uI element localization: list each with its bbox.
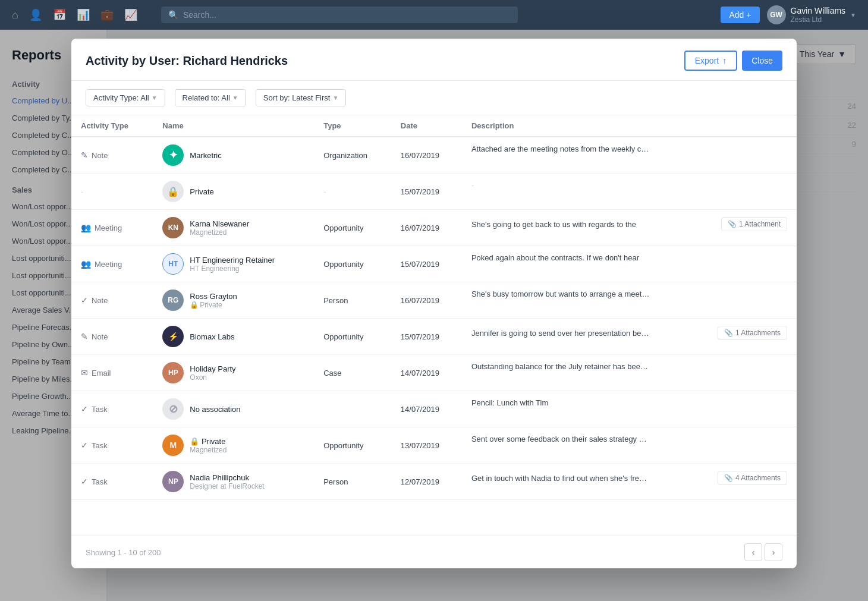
attachment-icon: 📎 [724,474,733,482]
table-row[interactable]: ✉ Email HP Holiday Party Oxon Case14/07/… [71,355,797,391]
table-body: ✎ Note ✦ Marketric Organization16/07/201… [71,137,797,500]
modal-export-button[interactable]: Export ↑ [684,51,737,71]
add-button[interactable]: Add + [721,7,759,23]
activity-type-filter[interactable]: Activity Type: All ▼ [86,89,165,106]
table-row[interactable]: ✎ Note ✦ Marketric Organization16/07/201… [71,137,797,174]
avatar: HT [162,253,184,275]
table-row[interactable]: ✓ Task ⊘ No association 14/07/2019Pencil… [71,391,797,427]
avatar: 🔒 [162,181,184,202]
name-main: No association [190,405,240,414]
name-main: Karna Nisewaner [190,219,249,228]
name-details: Holiday Party Oxon [190,364,235,382]
activity-type-icon: ✓ [81,295,88,305]
description-cell: Poked again about the contracts. If we d… [462,246,797,269]
table-row[interactable]: - 🔒 Private -15/07/2019- [71,174,797,210]
attachment-badge[interactable]: 📎4 Attachments [718,471,787,485]
description-text: Sent over some feedback on their sales s… [471,435,650,443]
table-row[interactable]: ✓ Task NP Nadia Phillipchuk Designer at … [71,464,797,500]
calendar-icon[interactable]: 📅 [53,8,66,21]
description-cell: Outstanding balance for the July retaine… [462,355,797,378]
table-row[interactable]: ✓ Task M 🔒 Private Magnetized Opportunit… [71,427,797,464]
col-activity-type: Activity Type [71,115,153,137]
name-cell: KN Karna Nisewaner Magnetized [153,210,314,246]
related-to-filter[interactable]: Related to: All ▼ [175,89,246,106]
type-cell: Opportunity [314,210,391,246]
activity-type-cell: 👥 Meeting [71,210,153,246]
search-input[interactable] [183,10,511,20]
activity-type-label: Task [92,441,108,450]
type-cell: Person [314,464,391,500]
modal-table-container: Activity Type Name Type Date Description… [71,115,797,536]
user-details: Gavin Williams Zestia Ltd [791,6,846,24]
topnav-right: Add + GW Gavin Williams Zestia Ltd ▼ [721,5,856,24]
activity-type-cell: ✓ Task [71,391,153,427]
description-text: She's going to get back to us with regar… [471,220,636,229]
avatar: RG [162,290,184,311]
user-menu[interactable]: GW Gavin Williams Zestia Ltd ▼ [767,5,856,24]
user-company: Zestia Ltd [791,15,846,24]
name-cell: ⊘ No association [153,391,314,427]
description-cell: Jennifer is going to send over her prese… [462,319,797,347]
table-row[interactable]: ✎ Note ⚡ Biomax Labs Opportunity15/07/20… [71,319,797,355]
activity-type-cell: - [71,174,153,210]
description-text: Jennifer is going to send over her prese… [471,329,650,338]
attachment-badge[interactable]: 📎1 Attachment [721,217,787,231]
name-cell: ⚡ Biomax Labs [153,319,314,355]
name-main: 🔒 Private [190,437,227,446]
table-row[interactable]: 👥 Meeting KN Karna Nisewaner Magnetized … [71,210,797,246]
avatar: ⚡ [162,326,184,347]
modal-filters: Activity Type: All ▼ Related to: All ▼ S… [71,81,797,115]
name-details: Nadia Phillipchuk Designer at FuelRocket [190,473,264,490]
table-row[interactable]: 👥 Meeting HT HT Engineering Retainer HT … [71,246,797,282]
description-cell: Get in touch with Nadia to find out when… [462,464,797,492]
chart-icon[interactable]: 📊 [77,8,90,21]
attachment-badge[interactable]: 📎1 Attachments [718,326,787,340]
nav-icons: ⌂ 👤 📅 📊 💼 📈 [12,8,137,21]
attachment-icon: 📎 [728,220,737,228]
sort-by-filter[interactable]: Sort by: Latest First ▼ [256,89,347,106]
name-main: Holiday Party [190,364,235,373]
description-cell: Attached are the meeting notes from the … [462,137,797,161]
next-page-button[interactable]: › [765,543,782,561]
prev-page-button[interactable]: ‹ [744,543,762,561]
analytics-icon[interactable]: 📈 [124,8,137,21]
activity-modal: Activity by User: Richard Hendricks Expo… [71,39,797,568]
date-cell: 15/07/2019 [391,319,462,355]
activity-type-icon: 👥 [81,259,91,269]
briefcase-icon[interactable]: 💼 [100,8,114,21]
activity-type-icon: ✎ [81,150,88,160]
modal-title: Activity by User: Richard Hendricks [86,54,288,68]
activity-type-cell: 👥 Meeting [71,246,153,282]
modal-footer: Showing 1 - 10 of 200 ‹ › [71,536,797,568]
activity-type-icon: ✓ [81,440,88,450]
person-icon[interactable]: 👤 [29,8,42,21]
activity-type-cell: ✎ Note [71,319,153,355]
activity-type-label: Task [92,405,108,414]
name-main: Biomax Labs [190,332,234,341]
home-icon[interactable]: ⌂ [12,9,18,21]
description-text: Get in touch with Nadia to find out when… [471,474,650,483]
activity-type-cell: ✎ Note [71,137,153,174]
activity-type-cell: ✓ Task [71,427,153,464]
table-row[interactable]: ✓ Note RG Ross Grayton 🔒Private Person16… [71,282,797,319]
plus-icon: + [746,10,751,20]
name-details: Marketric [190,151,221,160]
avatar: ✦ [162,144,184,166]
activity-type-icon: ✓ [81,404,88,414]
description-cell: She's busy tomorrow but wants to arrange… [462,282,797,306]
date-cell: 16/07/2019 [391,137,462,174]
description-text: - [471,181,474,190]
activity-table: Activity Type Name Type Date Description… [71,115,797,500]
avatar: M [162,435,184,456]
name-cell: RG Ross Grayton 🔒Private [153,282,314,319]
date-cell: 16/07/2019 [391,282,462,319]
name-cell: HT HT Engineering Retainer HT Engineerin… [153,246,314,282]
export-arrow-icon: ↑ [722,56,727,65]
type-cell: Organization [314,137,391,174]
date-cell: 14/07/2019 [391,355,462,391]
name-details: Karna Nisewaner Magnetized [190,219,249,237]
search-bar[interactable]: 🔍 [161,7,518,23]
activity-type-label: Note [92,151,108,160]
modal-close-button[interactable]: Close [742,51,782,71]
activity-type-icon: ✉ [81,368,88,377]
